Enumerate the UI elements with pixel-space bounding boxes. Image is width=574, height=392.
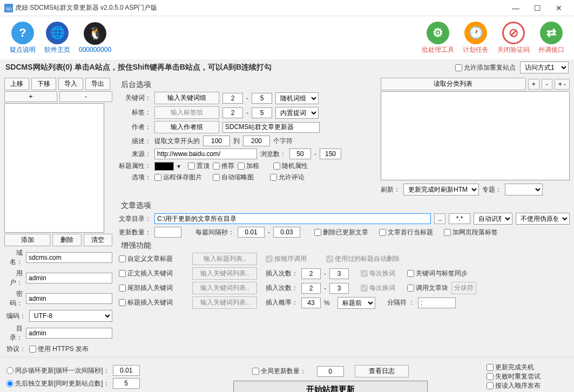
topic-select[interactable] <box>505 184 543 195</box>
interval-min-input[interactable] <box>238 227 265 238</box>
source-input[interactable] <box>154 148 257 159</box>
keyword-min-input[interactable] <box>222 93 243 104</box>
homepage-button[interactable]: 🌐 软件主页 <box>44 22 70 55</box>
tag-min-input[interactable] <box>222 107 243 118</box>
move-up-button[interactable]: 上移 <box>4 78 29 90</box>
title-list-button[interactable]: 输入标题列表.. <box>192 253 257 265</box>
pseudo-select[interactable]: 不使用伪原创 <box>516 213 570 225</box>
title-kw-pos-select[interactable]: 标题前 <box>337 297 375 309</box>
body-kw-max[interactable] <box>329 268 349 279</box>
external-button[interactable]: ⇄ 外调接口 <box>538 22 564 55</box>
call-block-checkbox[interactable]: 调用文章块 <box>407 283 448 293</box>
tail-kw-min[interactable] <box>301 283 321 294</box>
shutdown-checkbox[interactable]: 更新完成关机 <box>487 363 534 371</box>
article-dir-input[interactable] <box>154 213 431 224</box>
author-input[interactable] <box>222 122 320 133</box>
cat-plus-button[interactable]: + <box>528 79 539 90</box>
body-kw-list-button[interactable]: 输入关键词列表.. <box>192 267 257 280</box>
qq-button[interactable]: 🐧 000000000 <box>79 22 111 53</box>
body-kw-min[interactable] <box>301 268 321 279</box>
views-min-input[interactable] <box>289 148 311 159</box>
kw-tag-sync-checkbox[interactable]: 关键词与标签同步 <box>407 269 468 278</box>
title-kw-sep-input[interactable] <box>418 298 456 308</box>
sync-interval-input[interactable] <box>113 365 140 376</box>
category-listbox[interactable] <box>381 91 570 180</box>
title-kw-prob[interactable] <box>301 298 321 308</box>
filter-input[interactable] <box>449 213 470 224</box>
update-count-input[interactable] <box>154 227 181 238</box>
access-mode-select[interactable]: 访问方式1 <box>520 62 569 73</box>
browse-button[interactable]: .. <box>434 213 445 224</box>
opt-random-checkbox[interactable]: 随机属性 <box>273 161 308 171</box>
delete-updated-checkbox[interactable]: 删除已更新文章 <box>314 228 368 237</box>
export-button[interactable]: 导出 <box>85 78 110 90</box>
title-kw-list-button[interactable]: 输入关键词列表.. <box>192 296 257 309</box>
encoding-select[interactable]: UTF-8 <box>29 310 112 322</box>
custom-title-checkbox[interactable]: 自定义文章标题 <box>119 254 189 263</box>
desc-to-input[interactable] <box>243 136 270 146</box>
minus-button[interactable]: - <box>59 91 112 102</box>
footer: 同步循环更新[循环一次间隔秒]： 先后独立更新[同时更新站点数]： 全局更新数量… <box>0 357 574 392</box>
views-max-input[interactable] <box>320 148 341 159</box>
block-sep-button[interactable]: 分块符 <box>451 282 476 294</box>
dir-input[interactable] <box>26 328 112 339</box>
opt-recommend-checkbox[interactable]: 推荐 <box>213 161 234 171</box>
global-count-checkbox[interactable]: 全局更新数量： <box>252 367 306 376</box>
site-listbox[interactable] <box>4 103 104 233</box>
tail-kw-list-button[interactable]: 输入关键词列表.. <box>192 282 257 294</box>
password-input[interactable] <box>26 293 112 304</box>
tag-mode-select[interactable]: 内置提词 <box>275 107 319 119</box>
tag-group-button[interactable]: 输入标签组 <box>154 106 219 119</box>
help-button[interactable]: ? 疑点说明 <box>10 22 36 55</box>
cat-pm-button[interactable]: + - <box>555 79 570 90</box>
move-down-button[interactable]: 下移 <box>31 78 56 90</box>
https-checkbox[interactable]: 使用 HTTPS 发布 <box>29 344 89 354</box>
delete-site-button[interactable]: 删除 <box>52 234 82 246</box>
keyword-group-button[interactable]: 输入关键词组 <box>154 92 219 104</box>
sync-loop-radio[interactable]: 同步循环更新[循环一次间隔秒]： <box>6 366 110 375</box>
interval-max-input[interactable] <box>273 227 300 238</box>
opt-bold-checkbox[interactable]: 加粗 <box>238 161 259 171</box>
tail-kw-checkbox[interactable]: 尾部插入关键词 <box>119 283 189 293</box>
desc-from-input[interactable] <box>203 136 230 146</box>
keyword-max-input[interactable] <box>252 93 272 104</box>
parallel-sites-input[interactable] <box>113 378 140 389</box>
maximize-button[interactable]: ☐ <box>526 0 548 16</box>
color-picker[interactable] <box>154 162 174 171</box>
first-line-title-checkbox[interactable]: 文章首行当标题 <box>379 228 433 237</box>
add-site-button[interactable]: 添加 <box>4 234 50 246</box>
retry-fail-checkbox[interactable]: 失败时重复尝试 <box>487 373 541 380</box>
cat-minus-button[interactable]: - <box>542 79 552 90</box>
refresh-select[interactable]: 更新完成时刷新HTML <box>403 184 479 195</box>
seq-update-radio[interactable]: 先后独立更新[同时更新站点数]： <box>6 379 110 388</box>
used-title-del-checkbox: 使用过的标题自动删除 <box>326 254 400 263</box>
read-category-button[interactable]: 读取分类列表 <box>381 78 526 90</box>
import-button[interactable]: 导入 <box>58 78 83 90</box>
global-count-input[interactable] <box>317 366 344 377</box>
close-button[interactable]: ✕ <box>548 0 570 16</box>
plus-button[interactable]: + <box>4 91 57 102</box>
user-input[interactable] <box>26 273 112 283</box>
view-log-button[interactable]: 查看日志 <box>355 365 409 377</box>
read-order-checkbox[interactable]: 按读入顺序发布 <box>487 382 541 389</box>
schedule-button[interactable]: 🕐 计划任务 <box>463 22 489 55</box>
keyword-mode-select[interactable]: 随机词组 <box>275 92 319 104</box>
auto-thumb-checkbox[interactable]: 自动缩略图 <box>213 173 254 182</box>
allow-comment-checkbox[interactable]: 允许评论 <box>270 173 305 182</box>
domain-input[interactable] <box>26 252 112 263</box>
batch-button[interactable]: ⚙ 批处理工具 <box>422 22 454 55</box>
auto-encoding-select[interactable]: 自动识别 <box>474 213 512 225</box>
add-p-tag-checkbox[interactable]: 加网页段落标签 <box>444 228 498 237</box>
allow-duplicate-checkbox[interactable]: 允许添加重复站点 <box>455 63 516 72</box>
title-kw-checkbox[interactable]: 标题插入关键词 <box>119 298 189 307</box>
remote-img-checkbox[interactable]: 远程保存图片 <box>154 173 202 182</box>
opt-top-checkbox[interactable]: 置顶 <box>188 161 210 171</box>
tag-max-input[interactable] <box>252 107 272 118</box>
author-group-button[interactable]: 输入作者组 <box>154 121 219 133</box>
close-captcha-button[interactable]: ⊘ 关闭验证码 <box>497 22 530 55</box>
start-update-button[interactable]: 开始站群更新 <box>233 381 428 392</box>
tail-kw-max[interactable] <box>329 283 349 294</box>
minimize-button[interactable]: — <box>505 0 526 16</box>
body-kw-checkbox[interactable]: 正文插入关键词 <box>119 269 189 278</box>
clear-sites-button[interactable]: 清空 <box>84 234 113 246</box>
